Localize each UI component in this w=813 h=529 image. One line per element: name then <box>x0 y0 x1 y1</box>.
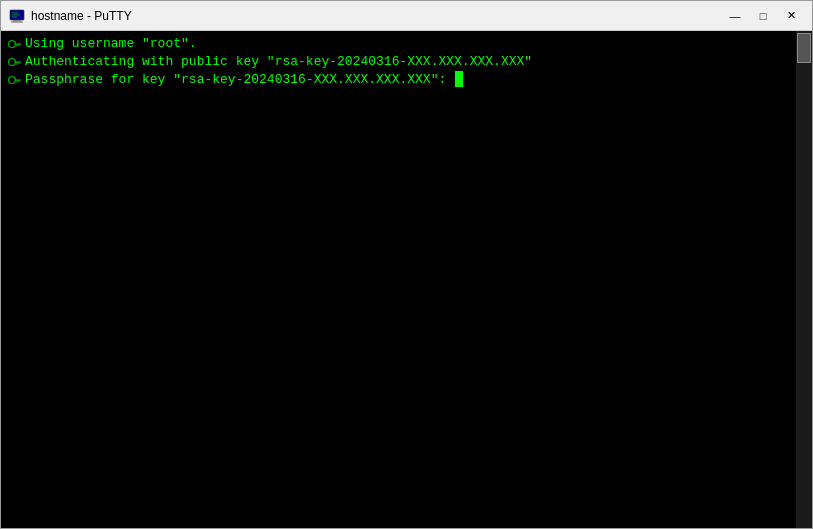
terminal-area[interactable]: Using username "root". Authenticating wi… <box>1 31 812 528</box>
putty-icon <box>9 8 25 24</box>
svg-rect-3 <box>11 21 23 22</box>
maximize-button[interactable]: □ <box>750 6 776 26</box>
titlebar-title: hostname - PuTTY <box>31 9 132 23</box>
svg-rect-2 <box>13 20 21 22</box>
svg-point-15 <box>9 77 16 84</box>
close-button[interactable]: ✕ <box>778 6 804 26</box>
line2-text: Authenticating with public key "rsa-key-… <box>25 53 532 71</box>
terminal-line-1: Using username "root". <box>7 35 806 53</box>
svg-point-11 <box>9 59 16 66</box>
putty-window: hostname - PuTTY — □ ✕ Using username "r… <box>0 0 813 529</box>
terminal-line-2: Authenticating with public key "rsa-key-… <box>7 53 806 71</box>
minimize-button[interactable]: — <box>722 6 748 26</box>
svg-rect-5 <box>12 14 20 15</box>
titlebar: hostname - PuTTY — □ ✕ <box>1 1 812 31</box>
line1-text: Using username "root". <box>25 35 197 53</box>
scrollbar-thumb[interactable] <box>797 33 811 63</box>
svg-point-7 <box>9 41 16 48</box>
key-icon-1 <box>7 36 23 52</box>
titlebar-controls: — □ ✕ <box>722 6 804 26</box>
titlebar-left: hostname - PuTTY <box>9 8 132 24</box>
svg-rect-6 <box>12 16 17 17</box>
key-icon-3 <box>7 72 23 88</box>
line3-text: Passphrase for key "rsa-key-20240316-XXX… <box>25 71 454 89</box>
svg-rect-4 <box>12 12 18 13</box>
terminal-cursor <box>455 71 463 87</box>
terminal-scrollbar[interactable] <box>796 31 812 528</box>
terminal-line-3: Passphrase for key "rsa-key-20240316-XXX… <box>7 71 806 89</box>
key-icon-2 <box>7 54 23 70</box>
